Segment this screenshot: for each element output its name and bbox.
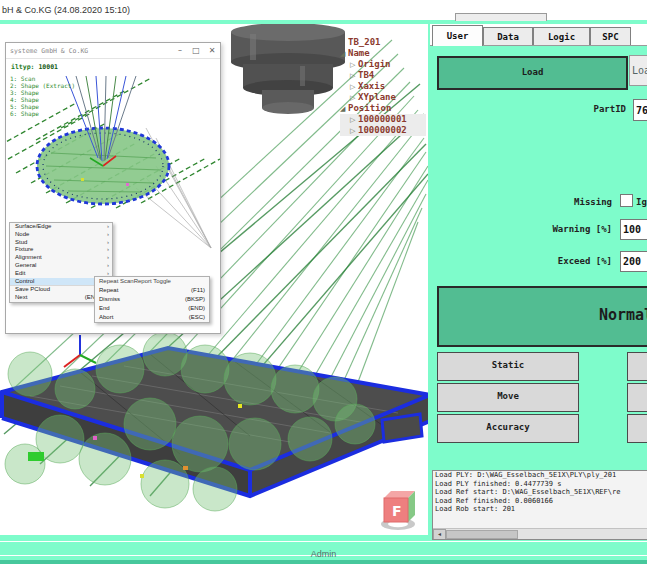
sensor-model	[231, 24, 345, 114]
close-icon[interactable]: ✕	[204, 44, 220, 57]
log-line: Load PLY finished: 0.4477739 s	[433, 480, 647, 489]
missing-suffix-label: Ignore	[636, 197, 647, 207]
log-line: Load Rob start: 201	[433, 505, 647, 514]
measurement-window-title: systeme GmbH & Co.KG	[10, 47, 88, 55]
submenu-header: Repeat ScanReport Toggle	[95, 277, 209, 286]
missing-label: Missing	[530, 197, 612, 207]
menu-item[interactable]: Stud›	[10, 239, 112, 247]
submenu-item[interactable]: End(END)	[95, 304, 209, 313]
tree-item[interactable]: ◢Name	[340, 48, 426, 59]
axis-triad	[64, 335, 96, 367]
part-type-value: 10001	[38, 63, 58, 71]
log-line: Load Ref finished: 0.0060166	[433, 497, 647, 506]
orientation-cube-icon: F	[381, 491, 415, 530]
window-titlebar[interactable]: bH & Co.KG (24.08.2020 15:10)	[0, 0, 647, 20]
submenu-arrow-icon: ›	[107, 254, 109, 262]
3d-viewport[interactable]: F TB_201 ◢Name ▷Origin ▷TB4 ▷Xaxis ▷XYpl…	[0, 24, 428, 535]
load-fragment-button[interactable]: Load	[629, 55, 647, 86]
tree-item[interactable]: ▷100000002	[340, 125, 426, 136]
menu-item[interactable]: Node›	[10, 231, 112, 239]
menu-shortcut: (END)	[188, 304, 205, 313]
tab-spc[interactable]: SPC	[590, 27, 631, 46]
maximize-icon[interactable]: □	[188, 44, 204, 57]
log-line: Load PLY: D:\WAG_Esselbach_5E1X\PLY\ply_…	[433, 471, 647, 480]
missing-checkbox[interactable]	[620, 194, 633, 207]
tree-item[interactable]: ◢Position	[340, 103, 426, 114]
static-right-fragment-button[interactable]	[627, 352, 647, 381]
tree-item[interactable]: ▷100000001	[340, 114, 426, 125]
tree-item[interactable]: ▷XYplane	[340, 92, 426, 103]
bottom-accent-bar	[0, 560, 647, 564]
exceed-label: Exceed [%]	[505, 256, 612, 266]
load-button[interactable]: Load	[437, 56, 628, 90]
menu-item[interactable]: Alignment›	[10, 254, 112, 262]
scrollbar-thumb[interactable]	[446, 530, 518, 539]
tab-user[interactable]: User	[432, 25, 483, 46]
measurement-window[interactable]: systeme GmbH & Co.KG – □ ✕ iltyp: 10001 …	[5, 42, 221, 334]
submenu-item[interactable]: Abort(ESC)	[95, 313, 209, 322]
tree-item-root[interactable]: TB_201	[340, 37, 426, 48]
tab-logic[interactable]: Logic	[533, 27, 590, 46]
menu-shortcut: (F11)	[191, 286, 205, 295]
move-button[interactable]: Move	[437, 383, 579, 412]
partid-label: PartID	[520, 104, 626, 114]
tree-item[interactable]: ▷Xaxis	[340, 81, 426, 92]
svg-text:F: F	[392, 503, 402, 519]
menu-shortcut: (ESC)	[189, 313, 205, 322]
log-line: Load Ref start: D:\WAG_Esselbach_5E1X\RE…	[433, 488, 647, 497]
menu-item[interactable]: General›	[10, 262, 112, 270]
submenu-arrow-icon: ›	[107, 231, 109, 239]
warning-label: Warning [%]	[505, 224, 612, 234]
window-title: bH & Co.KG (24.08.2020 15:10)	[2, 5, 130, 15]
submenu-arrow-icon: ›	[107, 223, 109, 231]
scan-legend: 1: Scan 2: Shape (Extract) 3: Shape 4: S…	[10, 75, 75, 117]
submenu-item[interactable]: Dismiss(BKSP)	[95, 295, 209, 304]
tree-item[interactable]: ▷Origin	[340, 59, 426, 70]
titlebar-control-fragment	[455, 13, 547, 21]
accuracy-right-fragment-button[interactable]	[627, 414, 647, 443]
static-button[interactable]: Static	[437, 352, 579, 381]
context-submenu: Repeat ScanReport Toggle Repeat(F11) Dis…	[94, 276, 210, 323]
submenu-arrow-icon: ›	[107, 246, 109, 254]
collapse-icon[interactable]: ▷	[350, 126, 358, 137]
scroll-left-icon[interactable]: ◂	[433, 529, 446, 540]
measurement-window-titlebar[interactable]: systeme GmbH & Co.KG – □ ✕	[6, 43, 220, 59]
menu-item[interactable]: Fixture›	[10, 246, 112, 254]
warning-input[interactable]	[620, 219, 647, 240]
log-output[interactable]: Load PLY: D:\WAG_Esselbach_5E1X\PLY\ply_…	[432, 470, 647, 540]
part-type-line: iltyp: 10001	[11, 63, 58, 71]
tree-item[interactable]: ▷TB4	[340, 70, 426, 81]
move-right-fragment-button[interactable]	[627, 383, 647, 412]
part-type-label: iltyp:	[11, 63, 34, 71]
accuracy-button[interactable]: Accuracy	[437, 414, 579, 443]
partid-input[interactable]	[633, 99, 647, 121]
tolerance-spheres	[5, 332, 375, 511]
application-window: bH & Co.KG (24.08.2020 15:10)	[0, 0, 647, 564]
log-horizontal-scrollbar[interactable]: ◂	[433, 528, 647, 539]
status-bar: Admin	[0, 541, 647, 556]
menu-item[interactable]: Surface/Edge›	[10, 223, 112, 231]
tab-data[interactable]: Data	[483, 27, 533, 46]
exceed-input[interactable]	[620, 251, 647, 272]
menu-shortcut: (BKSP)	[185, 295, 205, 304]
logged-in-user: Admin	[311, 549, 337, 559]
submenu-item[interactable]: Repeat(F11)	[95, 286, 209, 295]
submenu-arrow-icon: ›	[107, 262, 109, 270]
status-normal-button[interactable]: Normal	[437, 286, 647, 347]
feature-tree: TB_201 ◢Name ▷Origin ▷TB4 ▷Xaxis ▷XYplan…	[340, 37, 426, 136]
submenu-arrow-icon: ›	[107, 239, 109, 247]
minimize-icon[interactable]: –	[172, 44, 188, 57]
